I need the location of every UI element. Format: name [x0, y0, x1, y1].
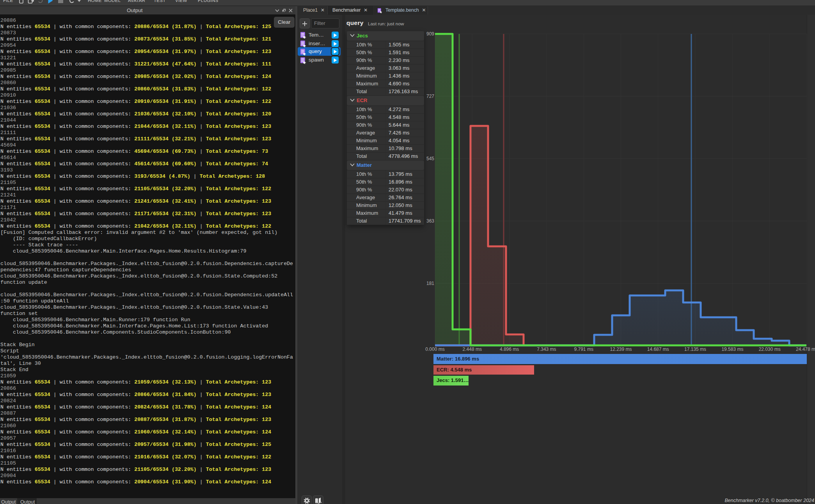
- svg-text:7.343 ms: 7.343 ms: [537, 347, 556, 352]
- svg-text:0.000 ms: 0.000 ms: [425, 347, 444, 352]
- svg-text:17.135 ms: 17.135 ms: [684, 347, 706, 352]
- svg-text:22.030 ms: 22.030 ms: [759, 347, 781, 352]
- svg-text:9.791 ms: 9.791 ms: [574, 347, 593, 352]
- svg-text:727: 727: [426, 94, 434, 99]
- svg-text:2.448 ms: 2.448 ms: [463, 347, 482, 352]
- svg-text:4.896 ms: 4.896 ms: [500, 347, 519, 352]
- svg-text:19.583 ms: 19.583 ms: [721, 347, 743, 352]
- svg-text:24.478 ms: 24.478 ms: [796, 347, 815, 352]
- svg-text:14.687 ms: 14.687 ms: [647, 347, 669, 352]
- svg-text:909: 909: [426, 31, 434, 37]
- svg-text:12.239 ms: 12.239 ms: [610, 347, 632, 352]
- svg-text:363: 363: [426, 218, 434, 224]
- svg-text:181: 181: [426, 281, 434, 286]
- svg-text:545: 545: [426, 156, 434, 161]
